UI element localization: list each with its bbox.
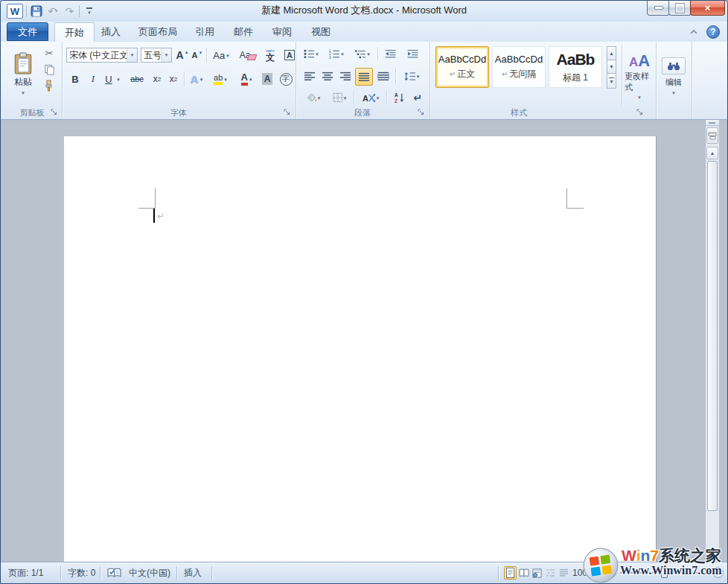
insert-mode-indicator[interactable]: 插入 xyxy=(184,562,202,583)
ruler-toggle-button[interactable] xyxy=(706,127,718,144)
font-dialog-launcher[interactable] xyxy=(284,109,293,118)
paste-button[interactable]: 粘贴 ▾ xyxy=(7,45,39,103)
character-border-button[interactable]: A xyxy=(282,48,297,63)
borders-icon xyxy=(333,92,343,103)
shrink-font-button[interactable]: A▼ xyxy=(190,48,205,63)
change-case-button[interactable]: Aa▾ xyxy=(209,48,233,63)
zoom-in-button[interactable]: + xyxy=(712,567,724,578)
styles-more-button[interactable]: ▼ xyxy=(607,73,616,89)
text-effects-button[interactable]: A▾ xyxy=(188,72,205,86)
underline-button[interactable]: U xyxy=(102,72,115,86)
title-bar: W ↶▾ ↷ ▾ 新建 Microsoft Word 文档.docx - Mic… xyxy=(1,1,727,22)
style-card-no-spacing[interactable]: AaBbCcDd ↵无间隔 xyxy=(492,46,546,88)
borders-button[interactable]: ▾ xyxy=(328,90,351,105)
zoom-out-button[interactable]: − xyxy=(605,567,616,578)
close-button[interactable]: × xyxy=(690,1,725,16)
show-marks-button[interactable]: ↵ xyxy=(410,90,425,105)
strikethrough-button[interactable]: abc xyxy=(127,72,147,86)
format-painter-button[interactable] xyxy=(41,79,57,92)
multilevel-list-button[interactable]: ▾ xyxy=(352,47,373,60)
italic-button[interactable]: I xyxy=(86,72,100,86)
scroll-up-button[interactable]: ▲ xyxy=(706,147,718,159)
bold-button[interactable]: B xyxy=(68,72,83,86)
help-icon: ? xyxy=(710,27,715,37)
style-card-heading1[interactable]: AaBb 标题 1 xyxy=(549,46,602,88)
split-handle[interactable] xyxy=(706,120,719,126)
asian-layout-icon: A xyxy=(363,92,376,103)
language-indicator[interactable]: 中文(中国) xyxy=(129,562,170,583)
character-shading-button[interactable]: A xyxy=(260,72,275,86)
cut-button[interactable]: ✂ xyxy=(41,46,57,60)
vertical-scrollbar[interactable]: ▲ xyxy=(705,120,719,562)
ruler-icon xyxy=(708,131,717,140)
line-spacing-button[interactable]: ▾ xyxy=(400,69,424,83)
scrollbar-thumb[interactable] xyxy=(707,161,718,511)
decrease-indent-button[interactable] xyxy=(382,47,400,60)
phonetic-guide-button[interactable]: wén 文 xyxy=(261,46,279,64)
proofing-status[interactable] xyxy=(107,568,121,578)
asian-layout-button[interactable]: A ▾ xyxy=(358,90,383,105)
ribbon: 粘贴 ▾ ✂ 剪贴板 宋体 (中文正文 ▾ 五号 ▾ xyxy=(1,42,727,120)
increase-indent-button[interactable] xyxy=(404,47,422,60)
tab-mailings[interactable]: 邮件 xyxy=(224,22,263,42)
superscript-button[interactable]: x2 xyxy=(166,72,181,86)
zoom-level[interactable]: 100% xyxy=(572,562,596,583)
styles-dialog-launcher[interactable] xyxy=(636,109,645,118)
document-workspace: ↵ ▲ xyxy=(1,120,727,562)
align-right-button[interactable] xyxy=(337,69,354,83)
tab-view[interactable]: 视图 xyxy=(301,22,340,42)
font-name-dropdown-icon[interactable]: ▾ xyxy=(127,48,137,62)
help-button[interactable]: ? xyxy=(706,25,720,39)
underline-dropdown[interactable]: ▾ xyxy=(115,72,122,86)
collapse-ribbon-button[interactable] xyxy=(687,26,700,38)
file-tab[interactable]: 文件 xyxy=(7,22,48,41)
shading-dropdown-icon: ▾ xyxy=(318,95,321,101)
enclose-characters-button[interactable]: 字 xyxy=(278,72,294,86)
view-outline-button[interactable] xyxy=(544,566,557,580)
numbering-button[interactable]: 123 ▾ xyxy=(327,47,346,60)
zoom-slider-thumb[interactable] xyxy=(661,567,668,578)
shading-button[interactable]: ▾ xyxy=(301,90,324,105)
style-card-normal[interactable]: AaBbCcDd ↵正文 xyxy=(435,46,489,88)
sort-button[interactable]: AZ xyxy=(391,90,407,105)
copy-button[interactable] xyxy=(41,63,57,76)
tab-page-layout[interactable]: 页面布局 xyxy=(129,22,187,42)
minimize-button[interactable] xyxy=(647,1,670,16)
tab-references[interactable]: 引用 xyxy=(185,22,224,42)
change-case-dropdown-icon: ▾ xyxy=(226,53,229,58)
change-styles-button[interactable]: AA 更改样式 ▾ xyxy=(625,45,654,107)
align-center-button[interactable] xyxy=(319,69,336,83)
font-name-combobox[interactable]: 宋体 (中文正文 ▾ xyxy=(66,48,138,63)
view-fullscreen-reading-button[interactable] xyxy=(517,566,530,580)
styles-scroll-down-button[interactable]: ▼ xyxy=(607,60,616,74)
grow-font-button[interactable]: A▲ xyxy=(175,48,190,63)
clear-formatting-button[interactable]: Aa xyxy=(237,48,258,63)
font-color-button[interactable]: A▾ xyxy=(236,72,257,86)
editing-button[interactable]: 编辑 ▾ xyxy=(659,45,689,107)
view-print-layout-button[interactable] xyxy=(504,566,517,580)
paragraph-dialog-launcher[interactable] xyxy=(418,109,427,118)
view-web-layout-button[interactable] xyxy=(531,566,543,580)
maximize-button[interactable] xyxy=(668,1,692,16)
change-styles-a1: A xyxy=(629,55,638,69)
highlight-button[interactable]: ab▾ xyxy=(209,72,232,86)
minimize-icon xyxy=(654,6,663,10)
tab-insert[interactable]: 插入 xyxy=(92,22,130,42)
window-title: 新建 Microsoft Word 文档.docx - Microsoft Wo… xyxy=(1,1,727,22)
tab-home[interactable]: 开始 xyxy=(54,22,95,42)
clipboard-dialog-launcher[interactable] xyxy=(51,109,60,118)
align-left-button[interactable] xyxy=(301,69,318,83)
font-name-value: 宋体 (中文正文 xyxy=(67,49,127,62)
view-draft-button[interactable] xyxy=(558,566,570,580)
styles-scroll-up-button[interactable]: ▲ xyxy=(607,46,616,60)
subscript-button[interactable]: x2 xyxy=(150,72,165,86)
tab-review[interactable]: 审阅 xyxy=(263,22,301,42)
document-page[interactable]: ↵ xyxy=(64,136,656,562)
distributed-button[interactable] xyxy=(374,69,392,83)
font-size-combobox[interactable]: 五号 ▾ xyxy=(141,48,172,63)
justify-button[interactable] xyxy=(355,68,373,86)
word-count[interactable]: 字数: 0 xyxy=(68,562,95,583)
page-indicator[interactable]: 页面: 1/1 xyxy=(8,562,43,583)
bullets-button[interactable]: ▾ xyxy=(301,47,321,60)
font-size-dropdown-icon[interactable]: ▾ xyxy=(161,48,171,62)
